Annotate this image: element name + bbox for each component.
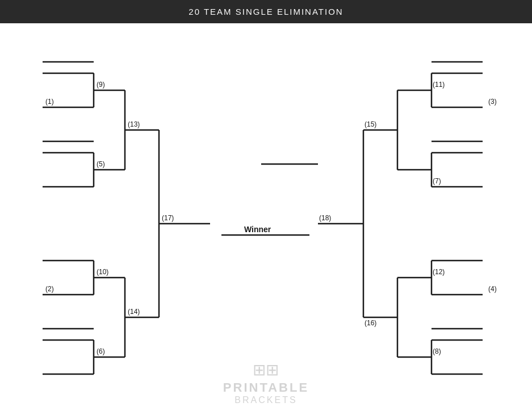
- svg-text:(13): (13): [128, 120, 140, 128]
- svg-text:(17): (17): [162, 214, 174, 222]
- svg-text:(1): (1): [45, 98, 54, 106]
- svg-text:(11): (11): [433, 81, 445, 89]
- svg-text:(10): (10): [97, 268, 108, 276]
- watermark-icon: ⊞⊞: [253, 360, 279, 379]
- svg-text:(12): (12): [433, 268, 445, 276]
- watermark-line1: PRINTABLE: [223, 380, 309, 395]
- svg-text:(3): (3): [488, 98, 497, 106]
- svg-text:(4): (4): [488, 285, 497, 293]
- watermark: ⊞⊞ PRINTABLE BRACKETS: [223, 360, 309, 405]
- svg-text:(18): (18): [319, 214, 331, 222]
- bracket-area: line { stroke: #1a1a1a; stroke-width: 2.…: [0, 23, 532, 411]
- svg-text:(9): (9): [97, 81, 105, 89]
- watermark-line2: BRACKETS: [234, 395, 297, 405]
- svg-text:(14): (14): [128, 308, 140, 316]
- svg-text:(8): (8): [433, 347, 441, 355]
- svg-text:(5): (5): [97, 160, 105, 168]
- svg-text:Winner: Winner: [244, 225, 271, 234]
- page-title: 20 TEAM SINGLE ELIMINATION: [188, 7, 343, 16]
- svg-text:(2): (2): [45, 285, 54, 293]
- svg-text:(7): (7): [433, 177, 441, 185]
- svg-text:(16): (16): [365, 319, 376, 327]
- svg-text:(6): (6): [97, 347, 105, 355]
- header: 20 TEAM SINGLE ELIMINATION: [0, 0, 532, 23]
- svg-text:(15): (15): [365, 120, 376, 128]
